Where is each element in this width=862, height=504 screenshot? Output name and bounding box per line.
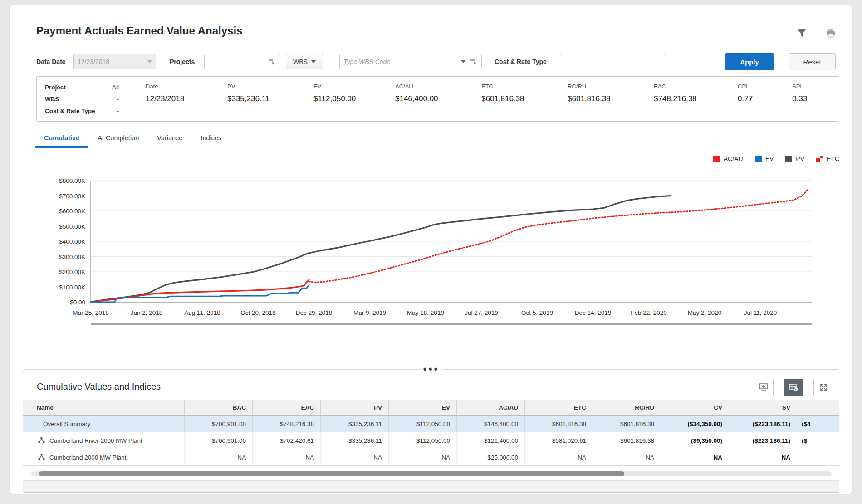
caret-down-icon[interactable] xyxy=(461,60,465,63)
table-header-row: NameBACEACPVEVAC/AUETCRC/RUCVSV xyxy=(23,400,839,416)
table-row[interactable]: Cumberland River 2000 MW Plant$700,901.0… xyxy=(23,432,839,449)
row-name-cell: Cumberland River 2000 MW Plant xyxy=(23,432,184,449)
tab-indices[interactable]: Indices xyxy=(191,131,230,148)
tab-at-completion[interactable]: At Completion xyxy=(88,131,148,148)
column-header-sv[interactable]: SV xyxy=(729,400,797,415)
row-name-cell: Overall Summary xyxy=(23,416,184,432)
tab-cumulative[interactable]: Cumulative xyxy=(35,131,88,148)
cost-rate-type-input[interactable] xyxy=(560,54,665,69)
legend-swatch xyxy=(713,156,720,162)
metric-label: SPI xyxy=(792,83,807,90)
tab-variance[interactable]: Variance xyxy=(148,131,191,148)
metric-label: RC/RU xyxy=(568,83,611,90)
column-header-rcru[interactable]: RC/RU xyxy=(593,400,661,415)
wbs-node-icon xyxy=(38,453,45,462)
data-date-label: Data Date xyxy=(36,54,66,69)
column-header-pv[interactable]: PV xyxy=(320,400,388,415)
table-row[interactable]: Overall Summary$700,901.00$748,216.38$33… xyxy=(23,416,839,432)
row-value-cell: $601,816.38 xyxy=(593,416,661,432)
export-view-button[interactable] xyxy=(754,379,774,396)
expand-button[interactable] xyxy=(813,379,833,396)
column-header-acau[interactable]: AC/AU xyxy=(456,400,524,415)
caret-down-icon xyxy=(311,60,316,63)
row-value-cell: NA xyxy=(661,449,729,465)
legend-label: AC/AU xyxy=(724,155,743,162)
table-row[interactable]: Cumberland 2000 MW PlantNANANANA$25,000.… xyxy=(23,449,839,466)
grid-settings-button[interactable] xyxy=(784,379,803,396)
y-axis-tick-label: $500.00K xyxy=(59,223,85,230)
summary-metric-acau: AC/AU $146,400.00 xyxy=(395,83,438,103)
scope-label: Cost & Rate Type xyxy=(45,108,95,114)
column-header-overflow[interactable] xyxy=(797,400,839,415)
scope-label: WBS xyxy=(45,96,59,103)
chart-series-etc xyxy=(309,189,808,282)
scope-label: Project xyxy=(45,84,66,91)
y-axis-tick-label: $300.00K xyxy=(59,254,85,260)
row-value-cell: $601,816.38 xyxy=(524,416,593,432)
tab-bar: CumulativeAt CompletionVarianceIndices xyxy=(35,131,230,148)
legend-swatch xyxy=(785,156,792,162)
wbs-code-placeholder: Type WBS Code xyxy=(343,58,390,65)
x-axis-tick-label: Feb 22, 2020 xyxy=(631,309,667,316)
row-name-label: Overall Summary xyxy=(43,421,90,427)
row-value-cell: NA xyxy=(252,449,320,465)
row-value-cell xyxy=(797,449,839,465)
wbs-dropdown-button[interactable]: WBS xyxy=(286,54,323,69)
row-value-cell: $702,420.61 xyxy=(252,432,320,449)
row-value-cell: ($9,350.00) xyxy=(661,432,729,449)
row-value-cell: $335,236.11 xyxy=(320,416,388,432)
splitter-handle-icon[interactable]: ●●● xyxy=(420,365,442,372)
scope-value: - xyxy=(117,108,119,114)
summary-metrics: Date 12/23/2018PV $335,236.11EV $112,050… xyxy=(127,77,839,121)
x-axis-tick-label: May 18, 2019 xyxy=(407,309,444,316)
chart-scrollbar[interactable] xyxy=(91,323,812,325)
column-header-eac[interactable]: EAC xyxy=(252,400,320,415)
summary-panel: Project AllWBS -Cost & Rate Type - Date … xyxy=(36,76,839,122)
column-header-name[interactable]: Name xyxy=(23,400,184,415)
metric-label: PV xyxy=(227,83,269,90)
x-axis-tick-label: Aug 11, 2018 xyxy=(184,309,220,316)
projects-input[interactable] xyxy=(204,54,280,69)
table-toolbar xyxy=(754,379,833,396)
table-footer-strip xyxy=(23,480,839,493)
summary-metric-rcru: RC/RU $601,816.38 xyxy=(568,83,611,103)
x-axis-tick-label: Dec 14, 2019 xyxy=(575,309,611,316)
legend-swatch xyxy=(816,156,823,162)
row-value-cell: $748,216.38 xyxy=(252,416,320,432)
apply-button[interactable]: Apply xyxy=(725,53,774,70)
y-axis-tick-label: $100.00K xyxy=(59,284,85,291)
x-axis-tick-label: Jun 2, 2018 xyxy=(131,309,163,316)
data-date-input[interactable]: 12/23/2018 xyxy=(73,54,156,69)
row-value-cell: NA xyxy=(729,449,797,465)
metric-value: 12/23/2018 xyxy=(146,94,184,103)
metric-value: $748,216.38 xyxy=(654,94,697,103)
legend-item-ev: EV xyxy=(755,155,774,162)
app-card: Payment Actuals Earned Value Analysis Da… xyxy=(10,5,852,494)
table-scrollbar[interactable] xyxy=(31,471,832,476)
column-header-etc[interactable]: ETC xyxy=(524,400,593,415)
row-value-cell: ($4 xyxy=(797,416,839,432)
column-header-ev[interactable]: EV xyxy=(388,400,456,415)
scope-value: - xyxy=(117,96,119,103)
legend-item-pv: PV xyxy=(785,155,804,162)
column-header-cv[interactable]: CV xyxy=(661,400,729,415)
wbs-code-input[interactable]: Type WBS Code xyxy=(339,54,482,69)
legend-item-etc: ETC xyxy=(816,155,839,162)
chart-series-ev xyxy=(91,285,309,303)
select-from-list-icon[interactable] xyxy=(470,58,478,65)
table-panel: Cumulative Values and Indices xyxy=(23,372,839,493)
select-from-list-icon[interactable] xyxy=(269,58,276,65)
filter-icon[interactable] xyxy=(796,27,808,39)
reset-button[interactable]: Reset xyxy=(789,53,836,70)
print-icon[interactable] xyxy=(825,27,837,39)
column-header-bac[interactable]: BAC xyxy=(184,400,252,415)
metric-value: $601,816.38 xyxy=(481,94,524,103)
chart-series-pv xyxy=(91,196,671,302)
table-scrollbar-thumb[interactable] xyxy=(39,471,624,476)
legend-item-acau: AC/AU xyxy=(713,155,743,162)
summary-metric-pv: PV $335,236.11 xyxy=(227,83,269,103)
row-name-cell: Cumberland 2000 MW Plant xyxy=(23,449,184,465)
x-axis-tick-label: Oct 5, 2019 xyxy=(521,309,553,316)
metric-value: $335,236.11 xyxy=(227,94,269,103)
row-name-label: Cumberland River 2000 MW Plant xyxy=(49,437,142,444)
